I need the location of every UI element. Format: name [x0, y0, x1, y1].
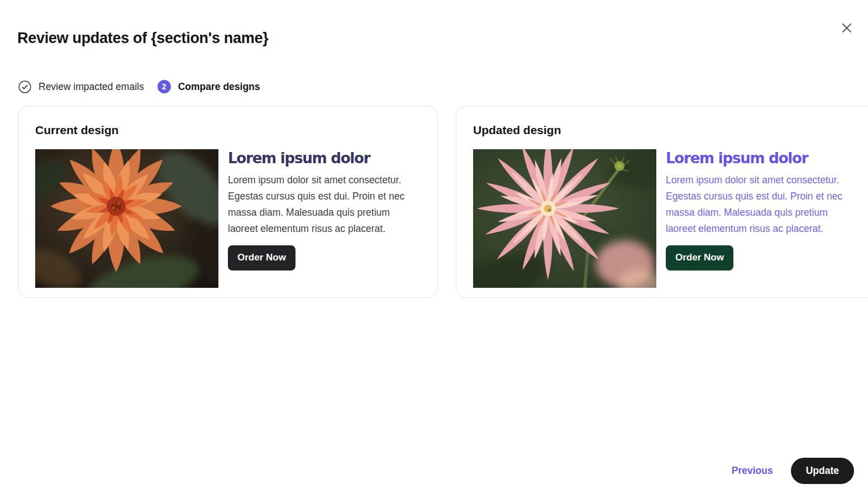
card-title: Current design [35, 124, 421, 137]
pink-dahlia-photo [473, 149, 656, 288]
close-button[interactable] [836, 17, 858, 39]
card-title: Updated design [473, 124, 859, 137]
step-number-badge: 2 [158, 80, 171, 93]
previous-button[interactable]: Previous [732, 465, 773, 477]
product-description: Lorem ipsum dolor sit amet consectetur. … [228, 172, 421, 237]
page-title: Review updates of {section's name} [17, 30, 268, 47]
footer-actions: Previous Update [732, 458, 854, 484]
product-heading: Lorem ipsum dolor [666, 150, 859, 167]
order-now-button[interactable]: Order Now [228, 245, 295, 271]
comparison-cards: Current design [18, 106, 854, 298]
order-now-button[interactable]: Order Now [666, 245, 733, 271]
orange-dahlia-photo [35, 149, 218, 288]
product-heading: Lorem ipsum dolor [228, 150, 421, 167]
step-label: Review impacted emails [39, 81, 144, 93]
product-description: Lorem ipsum dolor sit amet consectetur. … [666, 172, 859, 237]
stepper-step-compare-designs[interactable]: 2 Compare designs [144, 80, 260, 93]
updated-design-card: Updated design [456, 106, 868, 298]
stepper-step-review-impacted-emails[interactable]: Review impacted emails [18, 80, 144, 93]
update-button[interactable]: Update [791, 458, 854, 484]
step-label: Compare designs [178, 81, 260, 93]
check-circle-icon [18, 80, 31, 93]
close-icon [840, 21, 853, 35]
stepper: Review impacted emails 2 Compare designs [18, 80, 260, 93]
current-design-card: Current design [18, 106, 438, 298]
